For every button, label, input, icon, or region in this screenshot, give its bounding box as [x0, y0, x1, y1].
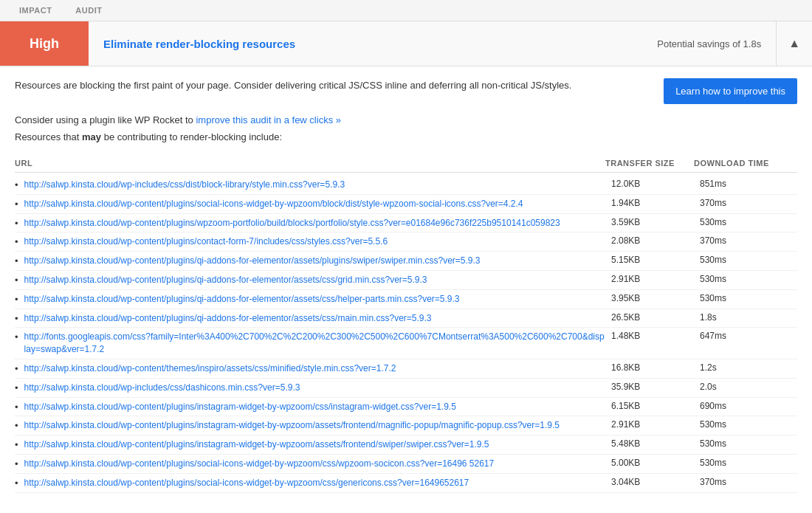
url-link[interactable]: http://salwp.kinsta.cloud/wp-content/plu…	[24, 401, 456, 413]
learn-button[interactable]: Learn how to improve this	[664, 78, 797, 104]
url-cell: • http://salwp.kinsta.cloud/wp-content/p…	[15, 477, 605, 489]
url-cell: • http://salwp.kinsta.cloud/wp-content/p…	[15, 198, 605, 210]
url-link[interactable]: http://salwp.kinsta.cloud/wp-content/plu…	[24, 293, 460, 306]
bullet-icon: •	[15, 382, 18, 393]
bullet-icon: •	[15, 331, 18, 342]
audit-title: Eliminate render-blocking resources	[89, 38, 642, 50]
time-cell: 1.2s	[694, 362, 797, 373]
size-cell: 6.15KB	[605, 401, 694, 411]
url-link[interactable]: http://salwp.kinsta.cloud/wp-content/plu…	[24, 235, 388, 248]
savings-text: Potential savings of 1.8s	[642, 38, 776, 49]
table-row: • http://salwp.kinsta.cloud/wp-content/t…	[15, 359, 797, 379]
url-link[interactable]: http://salwp.kinsta.cloud/wp-content/plu…	[24, 217, 560, 230]
may-note-prefix: Resources that	[15, 131, 82, 142]
table-row: • http://salwp.kinsta.cloud/wp-content/p…	[15, 252, 797, 271]
size-cell: 35.9KB	[605, 382, 694, 392]
url-cell: • http://salwp.kinsta.cloud/wp-content/t…	[15, 362, 605, 375]
plugin-note: Consider using a plugin like WP Rocket t…	[15, 114, 797, 125]
bullet-icon: •	[15, 363, 18, 374]
time-cell: 530ms	[694, 255, 797, 265]
bullet-icon: •	[15, 478, 18, 489]
url-cell: • http://salwp.kinsta.cloud/wp-content/p…	[15, 312, 605, 325]
size-cell: 5.00KB	[605, 458, 694, 468]
bullet-icon: •	[15, 294, 18, 305]
time-cell: 530ms	[694, 458, 797, 468]
time-cell: 370ms	[694, 198, 797, 208]
url-link[interactable]: http://salwp.kinsta.cloud/wp-content/plu…	[24, 255, 481, 267]
time-cell: 530ms	[694, 274, 797, 284]
bullet-icon: •	[15, 236, 18, 247]
header-row: High Eliminate render-blocking resources…	[0, 21, 812, 66]
time-cell: 370ms	[694, 477, 797, 487]
may-note: Resources that may be contributing to re…	[15, 131, 797, 142]
table-header-row: URL TRANSFER SIZE DOWNLOAD TIME	[15, 154, 797, 173]
url-cell: • http://salwp.kinsta.cloud/wp-includes/…	[15, 382, 605, 394]
table-row: • http://salwp.kinsta.cloud/wp-content/p…	[15, 214, 797, 233]
bullet-icon: •	[15, 199, 18, 210]
plugin-note-prefix: Consider using a plugin like WP Rocket t…	[15, 114, 196, 125]
table-row: • http://salwp.kinsta.cloud/wp-content/p…	[15, 290, 797, 309]
collapse-button[interactable]: ▲	[776, 21, 812, 66]
bullet-icon: •	[15, 402, 18, 413]
size-cell: 2.91KB	[605, 419, 694, 430]
bullet-icon: •	[15, 255, 18, 266]
url-cell: • http://salwp.kinsta.cloud/wp-content/p…	[15, 235, 605, 248]
time-cell: 530ms	[694, 217, 797, 227]
description-row: Resources are blocking the first paint o…	[15, 78, 797, 104]
url-link[interactable]: http://salwp.kinsta.cloud/wp-content/plu…	[24, 312, 432, 325]
bullet-icon: •	[15, 313, 18, 324]
url-link[interactable]: http://salwp.kinsta.cloud/wp-content/plu…	[24, 274, 427, 286]
url-cell: • http://salwp.kinsta.cloud/wp-content/p…	[15, 419, 605, 432]
url-cell: • http://salwp.kinsta.cloud/wp-content/p…	[15, 458, 605, 470]
url-link[interactable]: http://salwp.kinsta.cloud/wp-content/the…	[24, 362, 396, 375]
size-cell: 3.04KB	[605, 477, 694, 487]
table-row: • http://salwp.kinsta.cloud/wp-content/p…	[15, 271, 797, 290]
url-cell: • http://salwp.kinsta.cloud/wp-content/p…	[15, 255, 605, 267]
url-link[interactable]: http://salwp.kinsta.cloud/wp-content/plu…	[24, 419, 560, 432]
bullet-icon: •	[15, 218, 18, 229]
bullet-icon: •	[15, 275, 18, 286]
table-row: • http://salwp.kinsta.cloud/wp-content/p…	[15, 195, 797, 214]
url-link[interactable]: http://salwp.kinsta.cloud/wp-content/plu…	[24, 458, 495, 470]
size-cell: 2.91KB	[605, 274, 694, 284]
url-cell: • http://salwp.kinsta.cloud/wp-content/p…	[15, 438, 605, 451]
bullet-icon: •	[15, 420, 18, 431]
high-badge: High	[0, 21, 89, 66]
size-cell: 16.8KB	[605, 362, 694, 373]
time-cell: 690ms	[694, 401, 797, 411]
tab-audit[interactable]: AUDIT	[63, 0, 114, 21]
table-row: • http://fonts.googleapis.com/css?family…	[15, 328, 797, 359]
plugin-link[interactable]: improve this audit in a few clicks »	[196, 114, 341, 125]
time-cell: 530ms	[694, 293, 797, 303]
size-cell: 5.48KB	[605, 438, 694, 449]
url-link[interactable]: http://salwp.kinsta.cloud/wp-includes/cs…	[24, 179, 345, 191]
table-row: • http://salwp.kinsta.cloud/wp-content/p…	[15, 309, 797, 328]
size-cell: 5.15KB	[605, 255, 694, 265]
table-row: • http://salwp.kinsta.cloud/wp-content/p…	[15, 435, 797, 455]
may-note-suffix: be contributing to render-blocking inclu…	[101, 131, 282, 142]
tabs-bar: IMPACT AUDIT	[0, 0, 812, 21]
table-row: • http://salwp.kinsta.cloud/wp-content/p…	[15, 398, 797, 417]
time-cell: 647ms	[694, 331, 797, 341]
url-cell: • http://salwp.kinsta.cloud/wp-content/p…	[15, 401, 605, 413]
table-row: • http://salwp.kinsta.cloud/wp-includes/…	[15, 379, 797, 398]
url-link[interactable]: http://salwp.kinsta.cloud/wp-content/plu…	[24, 477, 469, 489]
time-cell: 2.0s	[694, 382, 797, 392]
table-row: • http://salwp.kinsta.cloud/wp-content/p…	[15, 416, 797, 435]
size-cell: 26.5KB	[605, 312, 694, 323]
url-link[interactable]: http://salwp.kinsta.cloud/wp-includes/cs…	[24, 382, 300, 394]
url-link[interactable]: http://fonts.googleapis.com/css?family=I…	[24, 331, 605, 356]
url-link[interactable]: http://salwp.kinsta.cloud/wp-content/plu…	[24, 198, 523, 210]
table-row: • http://salwp.kinsta.cloud/wp-content/p…	[15, 474, 797, 493]
url-link[interactable]: http://salwp.kinsta.cloud/wp-content/plu…	[24, 438, 489, 451]
size-cell: 1.94KB	[605, 198, 694, 208]
size-cell: 12.0KB	[605, 179, 694, 189]
bullet-icon: •	[15, 458, 18, 469]
size-cell: 3.95KB	[605, 293, 694, 303]
time-cell: 1.8s	[694, 312, 797, 323]
size-cell: 2.08KB	[605, 235, 694, 246]
time-cell: 851ms	[694, 179, 797, 189]
time-cell: 530ms	[694, 438, 797, 449]
table-row: • http://salwp.kinsta.cloud/wp-content/p…	[15, 233, 797, 252]
tab-impact[interactable]: IMPACT	[7, 0, 63, 21]
